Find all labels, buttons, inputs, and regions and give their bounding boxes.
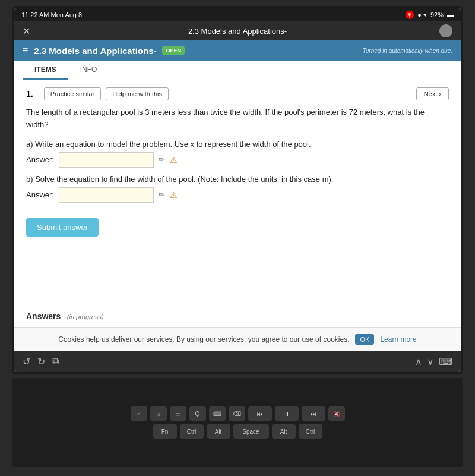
warning-icon-b: ⚠ (170, 190, 178, 200)
answer-input-a[interactable] (59, 152, 154, 168)
question-text: The length of a rectangular pool is 3 me… (26, 106, 449, 131)
keyboard-icon[interactable]: ⌨ (439, 356, 452, 367)
scroll-down-icon[interactable]: ∨ (427, 356, 434, 367)
keyboard-row-1: ○ ☼ ▭ Q ⌨ ⌫ ⏮ ⏸ ⏭ 🔇 (131, 406, 345, 421)
kb-key-ctrl-right[interactable]: Ctrl (299, 424, 322, 439)
sub-question-b-label: b) Solve the equation to find the width … (26, 175, 449, 184)
question-number: 1. (26, 89, 33, 99)
tab-info[interactable]: INFO (68, 61, 109, 80)
kb-key-fn[interactable]: Fn (153, 424, 177, 439)
laptop-shell: 11:22 AM Mon Aug 8 🎙 ● ▾ 92% ▬ ✕ 2.3 Mod… (0, 0, 475, 476)
turned-in-text: Turned in automatically when due. (362, 48, 452, 54)
sub-question-a: a) Write an equation to model the proble… (26, 140, 449, 168)
kb-key-alt-right[interactable]: Alt (272, 424, 296, 439)
pencil-icon-b[interactable]: ✏ (159, 190, 165, 199)
kb-key-kb1[interactable]: ⌨ (209, 406, 226, 421)
bottom-toolbar-right: ∧ ∨ ⌨ (415, 356, 452, 367)
kb-key-space[interactable]: Space (233, 424, 269, 439)
kb-key-brightness[interactable]: ☼ (150, 406, 167, 421)
status-bar-right: 🎙 ● ▾ 92% ▬ (406, 11, 454, 19)
kb-key-next[interactable]: ⏭ (302, 406, 325, 421)
battery-display: 92% (430, 11, 444, 18)
tabs-bar: ITEMS INFO (14, 61, 461, 80)
warning-icon-a: ⚠ (170, 155, 178, 165)
kb-key-prev[interactable]: ⏮ (248, 406, 272, 421)
answers-section: Answers (in progress) (14, 311, 461, 327)
help-me-button[interactable]: Help me with this (106, 87, 169, 100)
practice-similar-button[interactable]: Practice similar (44, 87, 102, 100)
answer-row-b: Answer: ✏ ⚠ (26, 187, 449, 203)
kb-key-display[interactable]: ▭ (170, 406, 186, 421)
open-badge: OPEN (162, 46, 185, 55)
undo-icon[interactable]: ↺ (23, 356, 30, 367)
keyboard-area: ○ ☼ ▭ Q ⌨ ⌫ ⏮ ⏸ ⏭ 🔇 Fn Ctrl Alt Space Al… (12, 378, 463, 467)
answer-label-a: Answer: (26, 155, 54, 164)
main-content: ≡ 2.3 Models and Applications- OPEN Turn… (14, 40, 461, 351)
status-time: 11:22 AM Mon Aug 8 (21, 11, 82, 18)
answer-label-b: Answer: (26, 190, 54, 199)
sub-question-a-label: a) Write an equation to model the proble… (26, 140, 449, 149)
redo-icon[interactable]: ↻ (37, 356, 45, 367)
question-header: 1. Practice similar Help me with this Ne… (26, 87, 449, 100)
kb-key-q[interactable]: Q (189, 406, 206, 421)
kb-key-o[interactable]: ○ (131, 406, 147, 421)
answer-row-a: Answer: ✏ ⚠ (26, 152, 449, 168)
app-titlebar: ✕ 2.3 Models and Applications- (14, 21, 461, 40)
assignment-title: 2.3 Models and Applications- (34, 46, 156, 56)
submit-button[interactable]: Submit answer (26, 218, 99, 237)
assignment-header: ≡ 2.3 Models and Applications- OPEN Turn… (14, 40, 461, 61)
next-button[interactable]: Next › (416, 87, 449, 100)
bottom-toolbar: ↺ ↻ ⧉ ∧ ∨ ⌨ (14, 351, 461, 372)
kb-key-play[interactable]: ⏸ (275, 406, 299, 421)
cookie-message: Cookies help us deliver our services. By… (58, 335, 349, 343)
battery-icon: ▬ (447, 11, 454, 18)
answers-in-progress: (in progress) (67, 313, 104, 320)
kb-key-kb2[interactable]: ⌫ (229, 406, 245, 421)
question-area: 1. Practice similar Help me with this Ne… (14, 80, 461, 311)
kb-key-mute[interactable]: 🔇 (328, 406, 345, 421)
kb-key-ctrl-left[interactable]: Ctrl (180, 424, 204, 439)
scroll-up-icon[interactable]: ∧ (415, 356, 422, 367)
screen-container: 11:22 AM Mon Aug 8 🎙 ● ▾ 92% ▬ ✕ 2.3 Mod… (12, 6, 463, 374)
screen-inner: 11:22 AM Mon Aug 8 🎙 ● ▾ 92% ▬ ✕ 2.3 Mod… (14, 8, 461, 372)
answers-title: Answers (26, 311, 61, 321)
cookie-bar: Cookies help us deliver our services. By… (14, 327, 461, 351)
app-title: 2.3 Models and Applications- (188, 27, 287, 36)
question-header-left: 1. Practice similar Help me with this (26, 87, 169, 100)
hamburger-icon[interactable]: ≡ (23, 45, 28, 56)
mic-icon: 🎙 (406, 11, 414, 19)
learn-more-link[interactable]: Learn more (380, 335, 416, 343)
profile-avatar[interactable] (439, 24, 452, 37)
copy-icon[interactable]: ⧉ (52, 356, 59, 367)
status-bar: 11:22 AM Mon Aug 8 🎙 ● ▾ 92% ▬ (14, 8, 461, 21)
tab-items[interactable]: ITEMS (23, 61, 68, 80)
kb-key-alt-left[interactable]: Alt (207, 424, 230, 439)
keyboard-row-2: Fn Ctrl Alt Space Alt Ctrl (153, 424, 322, 439)
pencil-icon-a[interactable]: ✏ (159, 155, 165, 164)
answer-input-b[interactable] (59, 187, 154, 203)
ok-button[interactable]: OK (355, 334, 374, 345)
wifi-icon: ● ▾ (417, 11, 427, 19)
close-button[interactable]: ✕ (23, 26, 30, 37)
bottom-toolbar-left: ↺ ↻ ⧉ (23, 356, 59, 367)
sub-question-b: b) Solve the equation to find the width … (26, 175, 449, 203)
